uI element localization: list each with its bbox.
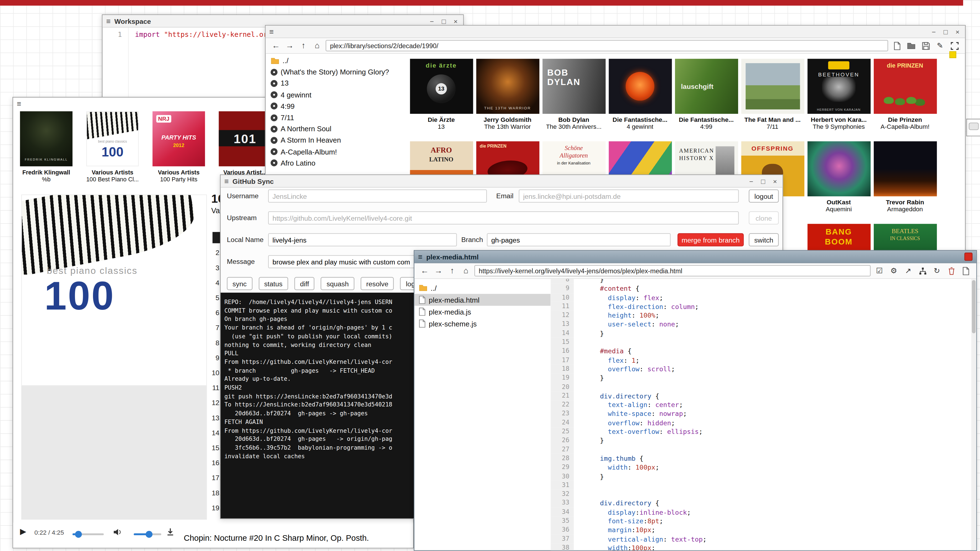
album-cell[interactable]: BOBDYLAN Bob Dylan The 30th Annivers... <box>541 59 607 130</box>
up-button[interactable]: ↑ <box>298 40 309 51</box>
file-item[interactable]: plex-media.js <box>414 306 550 318</box>
username-input[interactable] <box>268 190 487 202</box>
up-button[interactable]: ↑ <box>447 265 458 277</box>
close-button[interactable]: × <box>771 177 779 185</box>
album-cell[interactable]: THE 13TH WARRIOR Jerry Goldsmith The 13t… <box>474 59 541 130</box>
diff-button[interactable]: diff <box>294 277 315 290</box>
file-item-selected[interactable]: plex-media.html <box>414 294 550 306</box>
album-cover[interactable]: BOBDYLAN <box>542 59 605 114</box>
album-thumb[interactable]: FREDRIK KLINGWALL Fredrik Klingwall %b <box>13 111 79 183</box>
maximize-button[interactable]: □ <box>440 17 447 25</box>
dependencies-graph-icon[interactable] <box>917 265 928 277</box>
album-cell[interactable]: OutKast Aquemini <box>806 141 872 212</box>
album-cover[interactable]: NRJ PARTY HITS 2012 <box>153 111 205 166</box>
sidebar-item-album[interactable]: Afro Latino <box>266 157 408 169</box>
album-cover[interactable] <box>873 141 937 196</box>
close-button[interactable] <box>964 253 972 261</box>
delete-icon[interactable] <box>946 265 957 277</box>
album-cover[interactable]: BEETHOVENHERBERT VON KARAJAN <box>807 59 870 114</box>
auto-update-checkbox-icon[interactable]: ☑ <box>874 265 885 277</box>
open-external-icon[interactable]: ↗ <box>902 265 914 277</box>
scrollbar[interactable] <box>971 279 976 550</box>
clone-button[interactable]: clone <box>749 211 778 224</box>
menu-icon[interactable]: ≡ <box>17 99 21 108</box>
sidebar-item-album[interactable]: A Storm In Heaven <box>266 135 408 146</box>
home-button[interactable]: ⌂ <box>461 265 471 277</box>
forward-button[interactable]: → <box>433 265 444 277</box>
close-button[interactable]: × <box>954 28 961 35</box>
album-cell[interactable]: The Fat Man and ... 7/11 <box>740 59 806 130</box>
minimize-button[interactable]: − <box>748 177 755 185</box>
editor-titlebar[interactable]: ≡ plex-media.html <box>414 251 976 263</box>
halo-handle[interactable] <box>949 51 956 58</box>
local-name-input[interactable] <box>268 233 457 246</box>
album-cover[interactable]: THE 13TH WARRIOR <box>476 59 539 114</box>
album-cell[interactable]: Trevor Rabin Armageddon <box>872 141 938 212</box>
expand-icon[interactable] <box>949 40 960 51</box>
upstream-input[interactable] <box>268 211 739 224</box>
album-cover[interactable]: best piano classics 100 <box>86 111 139 166</box>
album-cover[interactable] <box>608 59 671 114</box>
menu-icon[interactable]: ≡ <box>269 27 274 36</box>
logout-button[interactable]: logout <box>749 190 778 202</box>
album-thumb[interactable]: NRJ PARTY HITS 2012 Various Artists 100 … <box>146 111 212 183</box>
settings-gear-icon[interactable]: ⚙ <box>888 265 899 277</box>
album-cover[interactable] <box>807 141 870 196</box>
album-cover[interactable]: die PRINZEN <box>873 59 937 114</box>
partial-window-button[interactable] <box>969 123 978 130</box>
code-editor[interactable]: 8 }9 #content {10 display: flex;11 flex-… <box>551 279 977 550</box>
back-button[interactable]: ← <box>270 40 281 51</box>
sidebar-item-parent[interactable]: ../ <box>266 55 408 67</box>
switch-button[interactable]: switch <box>749 233 778 246</box>
new-file-icon[interactable] <box>891 40 902 51</box>
scrollbar-thumb[interactable] <box>972 280 976 333</box>
email-input[interactable] <box>519 190 739 202</box>
download-icon[interactable] <box>166 528 174 536</box>
maximize-button[interactable]: □ <box>942 28 949 35</box>
plex-titlebar[interactable]: ≡ − □ × <box>266 26 965 38</box>
album-cell[interactable]: BEETHOVENHERBERT VON KARAJAN Herbert von… <box>806 59 872 130</box>
close-button[interactable]: × <box>452 17 460 25</box>
album-thumb[interactable]: best piano classics 100 Various Artists … <box>80 111 146 183</box>
album-cover[interactable]: FREDRIK KLINGWALL <box>20 111 73 166</box>
file-item-parent[interactable]: ../ <box>414 282 550 294</box>
minimize-button[interactable]: − <box>930 28 937 35</box>
sidebar-item-album[interactable]: 7/11 <box>266 112 408 123</box>
seek-handle[interactable] <box>75 531 82 538</box>
squash-button[interactable]: squash <box>321 277 355 290</box>
sidebar-item-album[interactable]: A-Capella-Album! <box>266 146 408 157</box>
home-button[interactable]: ⌂ <box>312 40 323 51</box>
sidebar-item-album[interactable]: 13 <box>266 78 408 89</box>
album-cover[interactable]: die ärzte13 <box>410 59 473 114</box>
volume-handle[interactable] <box>146 531 153 538</box>
file-item[interactable]: plex-scheme.js <box>414 318 550 330</box>
address-input[interactable] <box>326 40 888 51</box>
sidebar-item-album[interactable]: (What's the Story) Morning Glory? <box>266 67 408 78</box>
album-cell[interactable]: die ärzte13 Die Ärzte 13 <box>408 59 474 130</box>
album-cell[interactable]: lauschgift Die Fantastische... 4:99 <box>673 59 739 130</box>
volume-icon[interactable] <box>113 528 123 536</box>
address-input[interactable] <box>474 265 871 277</box>
github-sync-titlebar[interactable]: ≡ GitHub Sync − □ × <box>221 175 783 188</box>
album-cell[interactable]: die PRINZEN Die Prinzen A-Capella-Album! <box>872 59 938 130</box>
status-button[interactable]: status <box>258 277 288 290</box>
forward-button[interactable]: → <box>285 40 295 51</box>
menu-icon[interactable]: ≡ <box>418 252 423 261</box>
play-button[interactable]: ▶ <box>20 526 26 536</box>
reload-icon[interactable]: ↻ <box>931 265 943 277</box>
album-cell[interactable]: Die Fantastische... 4 gewinnt <box>607 59 673 130</box>
resolve-button[interactable]: resolve <box>361 277 394 290</box>
merge-from-branch-button[interactable]: merge from branch <box>678 233 744 246</box>
album-cover[interactable]: 101 <box>219 111 271 166</box>
branch-input[interactable] <box>487 233 671 246</box>
sync-button[interactable]: sync <box>227 277 252 290</box>
album-cover[interactable]: lauschgift <box>675 59 738 114</box>
maximize-button[interactable]: □ <box>759 177 767 185</box>
save-icon[interactable] <box>920 40 931 51</box>
sidebar-item-album[interactable]: A Northern Soul <box>266 123 408 135</box>
menu-icon[interactable]: ≡ <box>224 177 229 186</box>
sidebar-item-album[interactable]: 4 gewinnt <box>266 89 408 100</box>
edit-icon[interactable]: ✎ <box>934 40 946 51</box>
menu-icon[interactable]: ≡ <box>106 17 111 25</box>
new-file-icon[interactable] <box>960 265 971 277</box>
